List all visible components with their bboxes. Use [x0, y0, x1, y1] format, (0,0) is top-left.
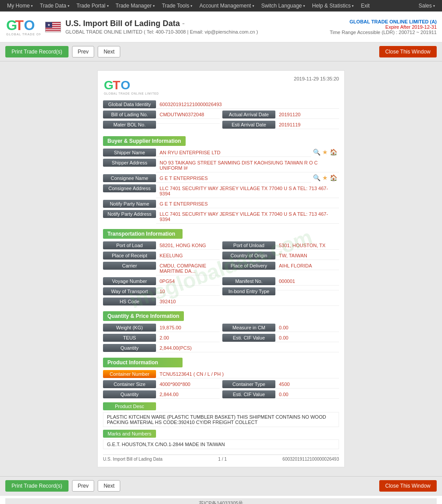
bill-of-lading-label: Bill of Lading No.: [103, 111, 156, 118]
search-icon[interactable]: 🔍: [313, 174, 320, 181]
qty-value: 2,844.00(PCS): [156, 344, 339, 352]
port-row: Port of Load 58201, HONG KONG Port of Un…: [103, 241, 339, 252]
manifest-no-value: 000001: [275, 277, 339, 286]
prev-button-top[interactable]: Prev: [72, 46, 95, 57]
shipper-address-label: Shipper Address: [103, 159, 156, 167]
print-button-top[interactable]: Print Trade Record(s): [5, 46, 69, 57]
prod-qty-row: Quantity 2,844.00: [103, 390, 220, 399]
svg-text:O: O: [24, 17, 35, 33]
notify-party-name-value: G E T ENTERPRISES: [156, 200, 339, 208]
shipper-name-row: Shipper Name AN RYU ENTERPRISE LTD 🔍 ★ 🏠: [103, 149, 339, 157]
shipper-name-value: AN RYU ENTERPRISE LTD: [156, 149, 311, 157]
actual-arrival-label: Actual Arrival Date: [222, 111, 275, 118]
nav-account-management[interactable]: Account Management ▾: [196, 0, 258, 11]
container-number-value: TCNU5123641 ( CN / L / PH ): [156, 370, 339, 378]
country-flag: ★: [45, 22, 61, 32]
company-logo: G T O GLOBAL TRADE ONLINE LIMITED: [5, 16, 41, 38]
master-bol-label: Mater BOL No.: [103, 121, 156, 129]
place-of-receipt-row: Place of Receipt KEELUNG: [103, 252, 220, 260]
actual-arrival-value: 20191120: [275, 111, 339, 119]
nav-trade-tools[interactable]: Trade Tools ▾: [158, 0, 196, 11]
content-header: G T O GLOBAL TRADE ONLINE LIMITED 2019-1…: [103, 76, 339, 96]
next-button-top[interactable]: Next: [98, 46, 120, 57]
actual-arrival-row: Actual Arrival Date 20191120: [222, 111, 339, 119]
marks-numbers-area: Marks and Numbers G.E.T. HOUSTON,TX C/NO…: [103, 430, 339, 449]
notify-party-address-row: Notify Party Address LLC 7401 SECURITY W…: [103, 210, 339, 224]
print-button-bottom[interactable]: Print Trade Record(s): [5, 480, 69, 492]
nav-help-statistics[interactable]: Help & Statistics ▾: [309, 0, 357, 11]
master-bol-value: [156, 121, 220, 124]
bill-of-lading-row: Bill of Lading No. CMDUTWN0372048: [103, 111, 220, 119]
master-bol-field: Mater BOL No.: [103, 121, 220, 129]
star-icon[interactable]: ★: [322, 149, 328, 156]
shipper-name-label: Shipper Name: [103, 149, 156, 157]
prod-cif-row: Esti. CIF Value 0.00: [222, 390, 339, 399]
transportation-section: Transportation Information Port of Load …: [103, 229, 339, 306]
hs-code-label: HS Code: [103, 298, 156, 305]
svg-rect-8: [46, 29, 61, 30]
star-icon[interactable]: ★: [322, 174, 328, 181]
notify-party-address-value: LLC 7401 SECURITY WAY JERSEY VILLAGE TX …: [156, 210, 339, 224]
teus-row: TEUS 2.00: [103, 334, 220, 342]
container-size-row: Container Size 4000*900*800: [103, 380, 220, 389]
notify-party-name-row: Notify Party Name G E T ENTERPRISES: [103, 200, 339, 208]
svg-text:G: G: [104, 78, 114, 92]
content-footer-center: 1 / 1: [218, 457, 227, 462]
qty-label: Quantity: [103, 344, 156, 352]
place-of-delivery-label: Place of Delivery: [222, 262, 275, 270]
chevron-down-icon: ▾: [433, 4, 435, 8]
container-size-label: Container Size: [103, 380, 156, 388]
nav-trade-manager[interactable]: Trade Manager ▾: [112, 0, 159, 11]
container-type-label: Container Type: [222, 380, 275, 388]
bol-row: Bill of Lading No. CMDUTWN0372048 Actual…: [103, 111, 339, 121]
esti-arrival-value: 20191119: [275, 121, 339, 129]
svg-text:GLOBAL TRADE ONLINE LIMITED: GLOBAL TRADE ONLINE LIMITED: [6, 33, 41, 36]
teus-value: 2.00: [156, 334, 220, 342]
nav-trade-data[interactable]: Trade Data ▾: [36, 0, 73, 11]
nav-my-home[interactable]: My Home ▾: [4, 0, 36, 11]
place-of-delivery-value: AIHL FLORIDA: [275, 262, 339, 270]
home-icon[interactable]: 🏠: [330, 149, 337, 156]
product-desc-area: Product Desc PLASTIC KITCHEN WARE (PLAST…: [103, 402, 339, 427]
container-number-label: Container Number: [103, 370, 156, 378]
weight-value: 19,875.00: [156, 324, 220, 332]
marks-numbers-label: Marks and Numbers: [103, 430, 156, 438]
svg-text:T: T: [113, 78, 120, 92]
close-button-top[interactable]: Close This Window: [379, 46, 437, 57]
global-data-identity-label: Global Data Identity: [103, 100, 156, 108]
measure-value: 0.00: [275, 324, 339, 332]
chevron-down-icon: ▾: [352, 4, 354, 8]
teus-cif-row: TEUS 2.00 Esti. CIF Value 0.00: [103, 334, 339, 344]
nav-switch-language[interactable]: Switch Language ▾: [258, 0, 309, 11]
nav-sales[interactable]: Sales ▾: [415, 0, 438, 11]
container-size-type-row: Container Size 4000*900*800 Container Ty…: [103, 380, 339, 390]
close-button-bottom[interactable]: Close This Window: [379, 480, 437, 492]
shipper-address-row: Shipper Address NO 93 TAIKANG STREET SAN…: [103, 159, 339, 172]
home-icon[interactable]: 🏠: [330, 174, 337, 181]
way-of-transport-label: Way of Transport: [103, 287, 156, 295]
weight-label: Weight (KG): [103, 324, 156, 332]
content-footer-left: U.S. Import Bill of Lading Data: [103, 457, 163, 462]
top-navigation: My Home ▾ Trade Data ▾ Trade Portal ▾ Tr…: [0, 0, 442, 11]
consignee-name-value: G E T ENTERPRISES: [156, 174, 311, 183]
prev-button-bottom[interactable]: Prev: [72, 480, 95, 492]
prod-qty-value: 2,844.00: [156, 390, 220, 399]
bottom-toolbar: Print Trade Record(s) Prev Next Close Th…: [0, 476, 442, 495]
global-data-identity-section: Global Data Identity 6003201912121000002…: [103, 100, 339, 131]
consignee-address-label: Consignee Address: [103, 184, 156, 192]
svg-text:★: ★: [47, 23, 50, 27]
port-of-load-row: Port of Load 58201, HONG KONG: [103, 241, 220, 250]
logo-area: G T O GLOBAL TRADE ONLINE LIMITED ★: [5, 16, 61, 38]
search-icon[interactable]: 🔍: [313, 149, 320, 156]
prod-qty-label: Quantity: [103, 390, 156, 398]
page-header: G T O GLOBAL TRADE ONLINE LIMITED ★ U.S.…: [0, 11, 442, 42]
shipper-name-icons: 🔍 ★ 🏠: [311, 149, 339, 156]
consignee-name-icons: 🔍 ★ 🏠: [311, 174, 339, 181]
country-of-origin-label: Country of Origin: [222, 252, 275, 260]
nav-trade-portal[interactable]: Trade Portal ▾: [73, 0, 112, 11]
page-footer: 苏ICP备14033305号 Company Website | Global …: [0, 495, 442, 504]
port-of-unload-row: Port of Unload 5301, HOUSTON, TX: [222, 241, 339, 250]
next-button-bottom[interactable]: Next: [98, 480, 120, 492]
nav-exit[interactable]: Exit: [357, 0, 373, 11]
inbond-entry-value: [275, 287, 339, 290]
